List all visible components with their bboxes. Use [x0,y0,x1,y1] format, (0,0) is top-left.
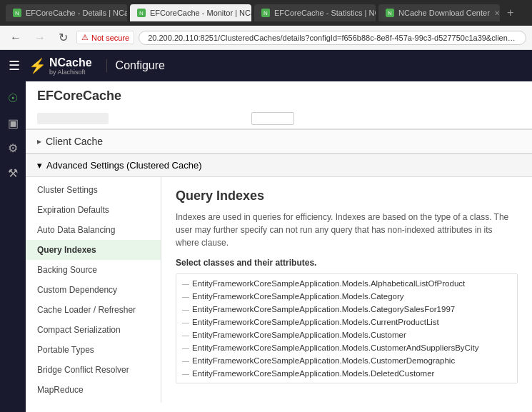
security-label: Not secure [91,34,129,42]
nav-item-bridge-conflict-resolver[interactable]: Bridge Conflict Resolver [26,360,161,380]
advanced-section-title: Advanced Settings (Clustered Cache) [46,160,202,171]
tree-item-5: EntityFrameworkCoreSampleApplication.Mod… [176,341,517,354]
tab4-close[interactable]: ✕ [494,9,500,17]
class-tree-list: EntityFrameworkCoreSampleApplication.Mod… [176,273,518,383]
tab2-label: EFCoreCache - Monitor | NCache [150,9,251,17]
side-icons: ☉ ▣ ⚙ ⚒ [0,81,26,412]
panel-title: Query Indexes [176,189,518,204]
advanced-chevron: ▾ [37,160,42,171]
logo-icon: ⚡ [29,57,46,74]
tab3-label: EFCoreCache - Statistics | NCach... [274,9,376,17]
content-area[interactable]: EFCoreCache ▸ Client Cache ▾ Advanced Se… [26,81,532,412]
nav-item-mapreduce[interactable]: MapReduce [26,380,161,400]
tree-item-3: EntityFrameworkCoreSampleApplication.Mod… [176,316,517,328]
tab3-favicon: N [261,9,270,17]
security-badge: ⚠ Not secure [76,31,134,44]
top-bar: ☰ ⚡ NCache by Alachisoft Configure [0,50,532,81]
top-partial-row [26,108,532,129]
warning-icon: ⚠ [81,33,89,42]
advanced-section: ▾ Advanced Settings (Clustered Cache) Cl… [26,154,532,403]
nav-item-expiration-defaults[interactable]: Expiration Defaults [26,200,161,220]
page-title: EFCoreCache [26,81,532,108]
nav-item-query-indexes[interactable]: Query Indexes [26,240,161,260]
forward-button[interactable]: → [30,30,50,46]
address-bar[interactable]: 20.200.20.110:8251/ClusteredCaches/detai… [139,31,526,45]
main-layout: ☉ ▣ ⚙ ⚒ EFCoreCache ▸ Client Cache ▾ A [0,81,532,412]
client-cache-section-header[interactable]: ▸ Client Cache [26,129,532,154]
tree-item-4: EntityFrameworkCoreSampleApplication.Mod… [176,328,517,341]
logo-sub: by Alachisoft [49,69,92,76]
tools-icon[interactable]: ⚒ [4,162,22,184]
left-nav: Cluster Settings Expiration Defaults Aut… [26,177,161,403]
right-panel: Query Indexes Indexes are used in querie… [161,177,532,403]
logo-text: NCache [49,56,92,69]
nav-item-custom-dependency[interactable]: Custom Dependency [26,280,161,300]
monitor-icon[interactable]: ▣ [4,112,23,134]
tree-item-7: EntityFrameworkCoreSampleApplication.Mod… [176,367,517,380]
refresh-button[interactable]: ↻ [54,29,72,46]
app: ☰ ⚡ NCache by Alachisoft Configure ☉ ▣ ⚙… [0,50,532,412]
nav-item-backing-source[interactable]: Backing Source [26,260,161,280]
back-button[interactable]: ← [6,30,26,46]
tab-2[interactable]: N EFCoreCache - Monitor | NCache ✕ [130,4,251,21]
logo: ⚡ NCache by Alachisoft [29,56,92,76]
settings-icon[interactable]: ⚙ [4,137,22,159]
tab4-label: NCache Download Center [398,9,490,17]
tree-item-6: EntityFrameworkCoreSampleApplication.Mod… [176,354,517,367]
hamburger-button[interactable]: ☰ [9,58,20,74]
nav-item-cluster-settings[interactable]: Cluster Settings [26,180,161,200]
tab-1[interactable]: N EFCoreCache - Details | NCache ✕ [6,4,127,21]
client-cache-title: Client Cache [46,136,103,147]
tab-3[interactable]: N EFCoreCache - Statistics | NCach... ✕ [254,4,376,21]
tab-4[interactable]: N NCache Download Center ✕ [378,4,500,21]
nav-item-compact-serialization[interactable]: Compact Serialization [26,320,161,340]
client-cache-chevron: ▸ [37,136,41,146]
advanced-content: Cluster Settings Expiration Defaults Aut… [26,177,532,403]
browser-nav: ← → ↻ ⚠ Not secure 20.200.20.110:8251/Cl… [0,26,532,50]
tree-item-1: EntityFrameworkCoreSampleApplication.Mod… [176,290,517,303]
top-title: Configure [106,59,165,72]
tab2-favicon: N [137,9,146,17]
tree-item-0: EntityFrameworkCoreSampleApplication.Mod… [176,277,517,290]
select-classes-label: Select classes and their attributes. [176,258,518,268]
tab4-favicon: N [386,9,394,17]
tab1-favicon: N [13,9,21,17]
tab1-label: EFCoreCache - Details | NCache [26,9,127,17]
nav-item-auto-data-balancing[interactable]: Auto Data Balancing [26,220,161,240]
advanced-section-header[interactable]: ▾ Advanced Settings (Clustered Cache) [26,154,532,177]
panel-description: Indexes are used in queries for efficien… [176,211,518,249]
tree-item-2: EntityFrameworkCoreSampleApplication.Mod… [176,303,517,316]
nav-item-cache-loader-refresher[interactable]: Cache Loader / Refresher [26,300,161,320]
caches-icon[interactable]: ☉ [4,87,22,109]
new-tab-button[interactable]: + [503,6,518,19]
nav-item-portable-types[interactable]: Portable Types [26,340,161,360]
browser-chrome: N EFCoreCache - Details | NCache ✕ N EFC… [0,0,532,26]
